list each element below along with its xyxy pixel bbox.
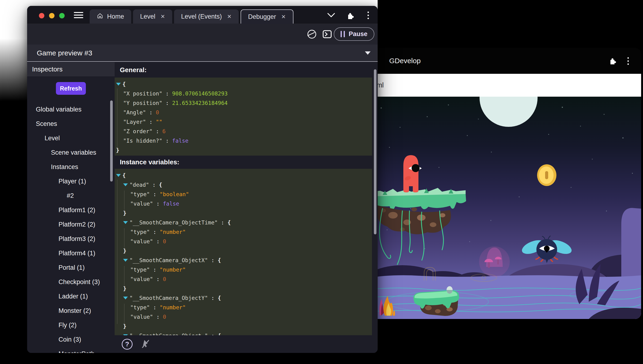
instance-variables-title: Instance variables: (120, 158, 179, 166)
pause-button-label: Pause (349, 30, 367, 38)
extensions-icon[interactable] (346, 12, 354, 20)
desktop: { "front_window": { "tabs": [ {"label": … (0, 0, 643, 364)
tab-level[interactable]: Level✕ (133, 10, 172, 24)
json-line: "value" : 0 (115, 237, 372, 246)
coin (537, 164, 556, 186)
inspectors-sidebar: Inspectors Refresh Global variablesScene… (27, 62, 115, 353)
json-line: "value" : 0 (115, 274, 372, 284)
sidebar-item-player-1[interactable]: Player (1) (27, 174, 115, 188)
inspector-content: General: {"X position" : 908.07061465082… (115, 62, 378, 353)
tab-label: Home (107, 13, 124, 20)
game-viewport[interactable] (367, 97, 641, 319)
game-window-titlebar: GDevelop (367, 48, 641, 74)
debugger-bottom-bar: ? (115, 335, 378, 353)
no-pointer-icon[interactable] (141, 338, 151, 350)
sidebar-item-2[interactable]: #2 (27, 188, 115, 203)
refresh-button[interactable]: Refresh (56, 82, 86, 95)
json-line: "dead" : { (115, 180, 372, 190)
tab-label: Debugger (248, 13, 276, 20)
game-window-title: GDevelop (389, 57, 421, 65)
expander-icon[interactable] (123, 184, 128, 186)
sidebar-item-monster-2[interactable]: Monster (2) (27, 304, 115, 318)
console-icon[interactable] (322, 29, 332, 40)
sidebar-header: Inspectors (27, 62, 115, 76)
content-scrollbar[interactable] (374, 69, 376, 234)
menu-kebab-icon[interactable] (627, 57, 629, 66)
instance-variables-json-panel: {"dead" : {"type" : "boolean""value" : f… (115, 169, 372, 335)
sidebar-item-platform1-2[interactable]: Platform1 (2) (27, 203, 115, 217)
json-line: "__SmoothCamera_ObjectX" : { (115, 256, 372, 265)
debugger-toolbar: Pause (27, 24, 378, 44)
json-line: "__SmoothCamera_ObjectY" : { (115, 293, 372, 303)
sidebar-item-platform2-2[interactable]: Platform2 (2) (27, 217, 115, 232)
tab-strip: HomeLevel✕Level (Events)✕Debugger✕ (90, 10, 293, 24)
json-line: "Is hidden?" : false (115, 136, 372, 146)
general-title: General: (120, 66, 147, 74)
json-line: "type" : "number" (115, 265, 372, 274)
sidebar-item-global-variables[interactable]: Global variables (27, 102, 115, 117)
json-line: } (115, 284, 372, 293)
tab-close-icon[interactable]: ✕ (281, 14, 286, 20)
sidebar-scrollbar[interactable] (110, 100, 113, 182)
sidebar-item-level[interactable]: Level (27, 131, 115, 146)
json-line: } (115, 146, 372, 155)
help-glyph: ? (125, 340, 129, 348)
sidebar-item-platform4-1[interactable]: Platform4 (1) (27, 246, 115, 260)
json-line: { (115, 171, 372, 180)
general-section-header: General: (120, 62, 147, 78)
game-preview-selector[interactable]: Game preview #3 (27, 44, 378, 62)
dropdown-caret-icon (365, 52, 371, 55)
sidebar-item-ladder-1[interactable]: Ladder (1) (27, 289, 115, 304)
chevron-down-icon[interactable] (327, 12, 335, 18)
expander-icon[interactable] (123, 296, 128, 300)
mushrooms (479, 246, 510, 277)
tab-level-events[interactable]: Level (Events)✕ (174, 10, 239, 24)
debugger-body: Inspectors Refresh Global variablesScene… (27, 62, 378, 353)
tab-label: Level (140, 13, 156, 20)
expander-icon[interactable] (116, 174, 121, 177)
expander-icon[interactable] (123, 221, 128, 224)
json-line: "Y position" : 21.65334236184964 (115, 98, 372, 108)
sidebar-item-platform3-2[interactable]: Platform3 (2) (27, 232, 115, 246)
sidebar-item-fly-2[interactable]: Fly (2) (27, 318, 115, 332)
json-line: "X position" : 908.0706146508293 (115, 89, 372, 98)
game-preview-title: Game preview #3 (37, 49, 92, 57)
tab-debugger[interactable]: Debugger✕ (241, 10, 293, 24)
home-icon (97, 12, 103, 21)
url-bar[interactable]: html (367, 74, 641, 97)
expander-icon[interactable] (116, 83, 121, 86)
window-close-button[interactable] (39, 13, 44, 18)
sidebar-item-monsterpath[interactable]: MonsterPath (27, 347, 115, 353)
expander-icon[interactable] (123, 259, 128, 262)
json-line: } (115, 246, 372, 256)
json-line: "Z order" : 6 (115, 126, 372, 136)
profiler-icon[interactable] (306, 29, 317, 40)
window-minimize-button[interactable] (49, 13, 55, 18)
game-scene (367, 97, 641, 319)
sidebar-item-coin-3[interactable]: Coin (3) (27, 332, 115, 347)
help-icon[interactable]: ? (122, 339, 133, 350)
pause-button[interactable]: Pause (334, 27, 374, 41)
json-line: "type" : "number" (115, 227, 372, 237)
pause-icon (341, 31, 345, 37)
hamburger-menu-icon[interactable] (74, 12, 83, 20)
json-line: } (115, 208, 372, 218)
tab-home[interactable]: Home (90, 10, 131, 24)
general-json-panel: {"X position" : 908.0706146508293"Y posi… (115, 78, 372, 156)
menu-kebab-icon[interactable] (367, 12, 369, 21)
inspector-tree: Global variablesScenesLevelScene variabl… (27, 102, 115, 353)
extensions-icon[interactable] (608, 57, 616, 66)
game-preview-window: GDevelop html (367, 48, 641, 319)
json-line: "Layer" : "" (115, 117, 372, 126)
window-zoom-button[interactable] (59, 13, 65, 18)
json-line: "__SmoothCamera_ObjectTime" : { (115, 218, 372, 227)
sidebar-item-checkpoint-3[interactable]: Checkpoint (3) (27, 275, 115, 289)
json-line: "__SmoothCamera_Object…" : { (115, 331, 372, 335)
tab-close-icon[interactable]: ✕ (227, 14, 231, 20)
json-line: "value" : false (115, 199, 372, 208)
sidebar-item-instances[interactable]: Instances (27, 160, 115, 174)
sidebar-item-portal-1[interactable]: Portal (1) (27, 260, 115, 275)
tab-close-icon[interactable]: ✕ (161, 14, 165, 20)
sidebar-item-scene-variables[interactable]: Scene variables (27, 146, 115, 160)
sidebar-item-scenes[interactable]: Scenes (27, 117, 115, 131)
